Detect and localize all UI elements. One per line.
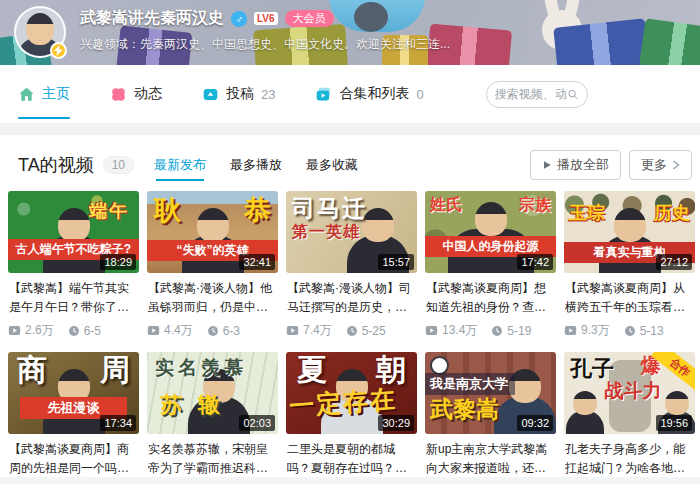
date-icon — [624, 325, 636, 337]
video-thumbnail[interactable]: 实名羡慕 苏 辙 02:03 — [147, 352, 278, 434]
more-button[interactable]: 更多 — [629, 150, 692, 180]
play-count-icon — [286, 324, 299, 337]
date-icon — [491, 325, 503, 337]
video-card[interactable]: 端午 古人端午节不吃粽子? 18:29 【武黎嵩】端午节其实是午月午日？带你了解… — [8, 191, 139, 339]
video-title[interactable]: 【武黎嵩谈夏商周】从横跨五千年的玉琮看历史的重塑与还 — [565, 279, 694, 317]
video-meta: 9.3万 5-13 — [564, 322, 695, 339]
view-count: 7.4万 — [303, 322, 332, 339]
video-card[interactable]: 姓氏 宗族 中国人的身份起源 17:42 【武黎嵩谈夏商周】想知道先祖的身份？查… — [425, 191, 556, 339]
video-title[interactable]: 【武黎嵩·漫谈人物】司马迁撰写的是历史，歌颂的却是心中 — [287, 279, 416, 317]
video-card[interactable]: 夏 朝 一定存在 30:29 二里头是夏朝的都城吗？夏朝存在过吗？为何有人极力否… — [286, 352, 417, 484]
video-meta: 4.4万 6-3 — [147, 322, 278, 339]
thumb-text: 端午 — [89, 199, 129, 223]
person-figure — [566, 410, 604, 434]
video-title[interactable]: 【武黎嵩谈夏商周】商周的先祖是同一个吗？史记中的商周 — [9, 440, 138, 478]
thumb-text: 苏 辙 — [160, 390, 225, 420]
thumb-text: 战斗力 — [605, 378, 662, 404]
video-card[interactable]: 我是南京大学 武黎嵩 09:32 新up主南京大学武黎嵩向大家来报道啦，还请多多… — [425, 352, 556, 484]
thumb-text: 夏 — [297, 352, 327, 391]
thumb-text: 历史 — [654, 201, 690, 225]
play-icon — [542, 160, 552, 170]
date-icon — [68, 325, 80, 337]
video-title[interactable]: 【武黎嵩】端午节其实是午月午日？带你了解古代的端午节 — [9, 279, 138, 317]
thumb-text: 周 — [100, 352, 130, 391]
username[interactable]: 武黎嵩讲先秦两汉史 — [80, 8, 224, 29]
tab-label: 投稿 — [226, 85, 254, 103]
duration-badge: 19:56 — [656, 415, 692, 432]
thumb-text: 姓氏 — [430, 195, 462, 216]
video-thumbnail[interactable]: 姓氏 宗族 中国人的身份起源 17:42 — [425, 191, 556, 273]
video-thumbnail[interactable]: 玉琮 历史 看真实与重构 27:12 — [564, 191, 695, 273]
play-all-button[interactable]: 播放全部 — [530, 150, 621, 180]
tab-uploads[interactable]: 投稿 23 — [202, 85, 275, 103]
thumb-text: 我是南京大学 — [425, 373, 515, 395]
playlist-icon — [315, 86, 332, 103]
sort-latest[interactable]: 最新发布 — [154, 156, 206, 174]
video-thumbnail[interactable]: 耿 恭 “失败”的英雄 32:41 — [147, 191, 278, 273]
profile-banner: 武黎嵩讲先秦两汉史 ♂ LV6 大会员 兴趣领域：先秦两汉史、中国思想史、中国文… — [0, 0, 700, 65]
video-card[interactable]: 商 周 先祖漫谈 17:34 【武黎嵩谈夏商周】商周的先祖是同一个吗？史记中的商… — [8, 352, 139, 484]
view-count: 9.3万 — [581, 322, 610, 339]
play-count-icon — [425, 324, 438, 337]
thumb-text: 玉琮 — [569, 201, 605, 225]
user-bio: 兴趣领域：先秦两汉史、中国思想史、中国文化史。欢迎关注和三连... — [80, 36, 450, 53]
video-thumbnail[interactable]: 我是南京大学 武黎嵩 09:32 — [425, 352, 556, 434]
video-title[interactable]: 【武黎嵩谈夏商周】想知道先祖的身份？查查姓氏就明白 — [426, 279, 555, 317]
tab-label: 主页 — [42, 85, 70, 103]
video-title[interactable]: 孔老夫子身高多少，能扛起城门？为啥各地国君都愿意听 — [565, 440, 694, 478]
tab-count: 0 — [416, 87, 423, 102]
tab-label: 动态 — [134, 85, 162, 103]
video-thumbnail[interactable]: 夏 朝 一定存在 30:29 — [286, 352, 417, 434]
play-all-label: 播放全部 — [557, 156, 609, 174]
view-count: 2.6万 — [25, 322, 54, 339]
duration-badge: 18:29 — [100, 254, 136, 271]
lightning-badge-icon — [50, 42, 67, 59]
upload-date: 5-25 — [362, 324, 386, 338]
duration-badge: 15:57 — [378, 254, 414, 271]
sort-tabs: 最新发布 最多播放 最多收藏 — [154, 156, 358, 174]
video-grid: 端午 古人端午节不吃粽子? 18:29 【武黎嵩】端午节其实是午月午日？带你了解… — [0, 191, 700, 484]
video-thumbnail[interactable]: 司马迁 第一英雄 15:57 — [286, 191, 417, 273]
thumb-text: 司马迁 — [292, 193, 367, 224]
date-icon — [346, 325, 358, 337]
thumb-text: 恭 — [244, 192, 271, 228]
vip-badge[interactable]: 大会员 — [285, 10, 334, 27]
male-icon: ♂ — [231, 11, 247, 27]
avatar[interactable] — [14, 6, 66, 58]
video-thumbnail[interactable]: 端午 古人端午节不吃粽子? 18:29 — [8, 191, 139, 273]
section-divider — [0, 123, 700, 135]
upload-date: 5-19 — [507, 324, 531, 338]
tab-collections[interactable]: 合集和列表 0 — [315, 85, 423, 103]
video-meta: 7.4万 5-25 — [286, 322, 417, 339]
video-title[interactable]: 实名羡慕苏辙，宋朝皇帝为了学霸而推迟科考二十多天 — [148, 440, 277, 478]
duration-badge: 30:29 — [378, 415, 414, 432]
video-card[interactable]: 耿 恭 “失败”的英雄 32:41 【武黎嵩·漫谈人物】他虽铩羽而归，仍是中华民… — [147, 191, 278, 339]
videos-section-header: TA的视频 10 最新发布 最多播放 最多收藏 播放全部 更多 — [0, 135, 700, 191]
search-icon[interactable] — [567, 87, 579, 102]
video-card[interactable]: 实名羡慕 苏 辙 02:03 实名羡慕苏辙，宋朝皇帝为了学霸而推迟科考二十多天 … — [147, 352, 278, 484]
video-title[interactable]: 二里头是夏朝的都城吗？夏朝存在过吗？为何有人极力否定 — [287, 440, 416, 478]
video-card[interactable]: 玉琮 历史 看真实与重构 27:12 【武黎嵩谈夏商周】从横跨五千年的玉琮看历史… — [564, 191, 695, 339]
profile-nav: 主页 动态 投稿 23 合集和列表 0 — [0, 65, 700, 123]
sort-most-played[interactable]: 最多播放 — [230, 156, 282, 174]
more-label: 更多 — [641, 156, 667, 174]
search-input[interactable] — [495, 87, 567, 101]
tab-dynamic[interactable]: 动态 — [110, 85, 162, 103]
section-title: TA的视频 — [18, 153, 94, 177]
clover-icon — [110, 86, 127, 103]
thumb-text: 商 — [17, 352, 47, 391]
tab-home[interactable]: 主页 — [18, 85, 70, 103]
video-card[interactable]: 司马迁 第一英雄 15:57 【武黎嵩·漫谈人物】司马迁撰写的是历史，歌颂的却是… — [286, 191, 417, 339]
video-title[interactable]: 【武黎嵩·漫谈人物】他虽铩羽而归，仍是中华民族不屈的脊 — [148, 279, 277, 317]
sort-most-favorited[interactable]: 最多收藏 — [306, 156, 358, 174]
video-thumbnail[interactable]: 商 周 先祖漫谈 17:34 — [8, 352, 139, 434]
chevron-right-icon — [672, 160, 680, 170]
search-box[interactable] — [486, 81, 588, 108]
duration-badge: 27:12 — [656, 254, 692, 271]
video-thumbnail[interactable]: 孔子 爆 战斗力 合作 19:56 — [564, 352, 695, 434]
thumb-text: 第一英雄 — [292, 222, 360, 243]
video-title[interactable]: 新up主南京大学武黎嵩向大家来报道啦，还请多多照顾 — [426, 440, 555, 478]
thumb-text: 宗族 — [519, 195, 551, 216]
duration-badge: 32:41 — [239, 254, 275, 271]
video-card[interactable]: 孔子 爆 战斗力 合作 19:56 孔老夫子身高多少，能扛起城门？为啥各地国君都… — [564, 352, 695, 484]
